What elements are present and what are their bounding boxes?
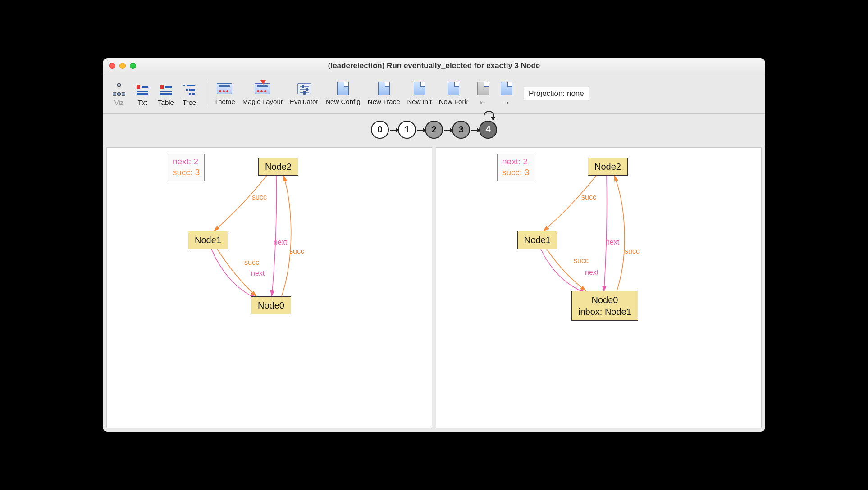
magic-layout-button[interactable]: Magic Layout [239,80,286,105]
state-1[interactable]: 1 [398,121,416,139]
state-0[interactable]: 0 [371,121,389,139]
svg-text:succ: succ [574,257,589,264]
trace-arrow [390,130,399,131]
tree-button[interactable]: Tree [178,81,201,106]
viz-button[interactable]: Viz [107,81,131,106]
graph-node-0-line2: inbox: Node1 [578,306,631,318]
left-pane[interactable]: next: 2 succ: 3 succ succ [106,147,432,428]
window-controls [109,63,136,69]
titlebar: (leaderelection) Run eventually_elected … [103,58,765,73]
window-title: (leaderelection) Run eventually_elected … [103,61,765,70]
state-4[interactable]: 4 [479,121,497,139]
svg-text:succ: succ [581,193,596,201]
magic-layout-icon [254,82,270,96]
svg-text:succ: succ [289,247,304,255]
nav-prev-button[interactable]: ⇤ [471,80,495,108]
right-pane[interactable]: next: 2 succ: 3 succ succ succ next [436,147,762,428]
theme-label: Theme [214,98,235,105]
txt-button[interactable]: Txt [131,81,154,106]
graph-node-2[interactable]: Node2 [258,158,298,176]
projection-display[interactable]: Projection: none [524,87,589,100]
new-config-icon [335,82,351,96]
new-config-label: New Config [325,98,361,105]
trace-strip: 0 1 2 3 4 [103,114,765,145]
svg-text:succ: succ [252,193,267,201]
right-edges: succ succ succ next next [436,148,761,428]
tree-label: Tree [183,99,196,106]
tree-icon [181,82,197,97]
table-label: Table [158,99,174,106]
trace-arrow [471,130,480,131]
new-config-button[interactable]: New Config [322,80,364,105]
right-graph: succ succ succ next next Node2 Node1 [436,148,761,428]
graph-node-0-line1: Node0 [578,294,631,306]
svg-text:succ: succ [625,247,640,255]
nav-next-glyph: → [500,98,512,107]
txt-icon [134,82,151,97]
graph-node-0[interactable]: Node0 inbox: Node1 [571,291,638,321]
viz-label: Viz [114,99,124,106]
table-button[interactable]: Table [154,81,178,106]
state-2[interactable]: 2 [425,121,443,139]
state-3[interactable]: 3 [452,121,470,139]
nav-prev-icon [475,82,491,96]
table-icon [158,82,174,97]
left-edges: succ succ succ next next [107,148,432,428]
svg-text:next: next [585,268,599,276]
toolbar: Viz Txt Table Tree [103,73,765,114]
graph-node-2[interactable]: Node2 [588,158,628,176]
new-fork-label: New Fork [439,98,468,105]
close-icon[interactable] [109,63,115,69]
evaluator-button[interactable]: Evaluator [286,80,322,105]
new-trace-icon [376,82,392,96]
magic-layout-label: Magic Layout [242,98,283,105]
svg-text:next: next [251,269,265,277]
panes: next: 2 succ: 3 succ succ [103,145,765,432]
trace-arrow [444,130,453,131]
toolbar-separator [206,80,206,107]
app-window: (leaderelection) Run eventually_elected … [103,58,765,432]
viz-icon [111,82,127,97]
svg-text:next: next [274,238,288,246]
state-sequence: 0 1 2 3 4 [371,121,497,139]
graph-node-0[interactable]: Node0 [251,296,291,314]
svg-text:next: next [606,238,620,246]
graph-node-1[interactable]: Node1 [517,231,557,249]
self-loop-icon [484,111,494,120]
graph-node-1[interactable]: Node1 [188,231,228,249]
theme-icon [216,82,233,96]
new-fork-button[interactable]: New Fork [435,80,471,105]
theme-button[interactable]: Theme [210,80,239,105]
nav-next-button[interactable]: → [495,80,518,107]
new-trace-label: New Trace [368,98,400,105]
evaluator-label: Evaluator [290,98,318,105]
trace-arrow [417,130,426,131]
new-init-button[interactable]: New Init [404,80,435,105]
svg-text:succ: succ [244,259,259,266]
nav-prev-glyph: ⇤ [477,98,489,108]
zoom-icon[interactable] [130,63,136,69]
new-trace-button[interactable]: New Trace [364,80,404,105]
new-init-icon [411,82,428,96]
new-init-label: New Init [407,98,432,105]
minimize-icon[interactable] [119,63,126,69]
left-graph: succ succ succ next next Node2 Node1 No [107,148,432,428]
evaluator-icon [296,82,312,96]
new-fork-icon [445,82,461,96]
txt-label: Txt [138,99,147,106]
nav-next-icon [498,82,515,96]
